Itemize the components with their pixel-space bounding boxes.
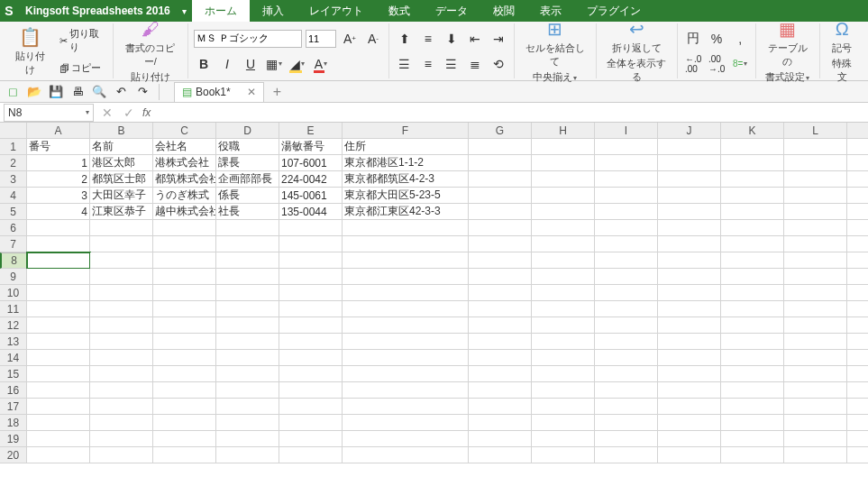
cell-K16[interactable] [721, 382, 784, 399]
cell-A16[interactable] [27, 382, 90, 399]
cell-B7[interactable] [90, 236, 153, 252]
cell-K20[interactable] [721, 447, 784, 463]
cell-G17[interactable] [469, 399, 532, 415]
cell-M20[interactable] [847, 447, 868, 463]
cell-J19[interactable] [658, 431, 721, 447]
percent-button[interactable]: % [707, 29, 726, 49]
cell-H8[interactable] [532, 252, 595, 269]
cell-M6[interactable] [847, 220, 868, 236]
cell-D10[interactable] [216, 285, 279, 301]
bold-button[interactable]: B [194, 54, 214, 74]
cell-F2[interactable]: 東京都港区1-1-2 [343, 155, 469, 171]
cell-B4[interactable]: 大田区幸子 [90, 188, 153, 204]
cell-E17[interactable] [279, 399, 343, 415]
cell-G18[interactable] [469, 415, 532, 431]
cell-M1[interactable] [847, 139, 868, 155]
cell-E11[interactable] [279, 301, 343, 317]
cell-K2[interactable] [721, 155, 784, 171]
cell-F20[interactable] [343, 447, 469, 463]
cell-D1[interactable]: 役職 [216, 139, 279, 155]
cell-B14[interactable] [90, 350, 153, 366]
cell-C15[interactable] [153, 366, 216, 382]
cell-G10[interactable] [469, 285, 532, 301]
cell-M9[interactable] [847, 269, 868, 285]
cell-C1[interactable]: 会社名 [153, 139, 216, 155]
cell-C14[interactable] [153, 350, 216, 366]
cell-K7[interactable] [721, 236, 784, 252]
cell-G12[interactable] [469, 317, 532, 334]
cell-J17[interactable] [658, 399, 721, 415]
row-header-10[interactable]: 10 [0, 285, 27, 301]
cell-K19[interactable] [721, 431, 784, 447]
cell-B17[interactable] [90, 399, 153, 415]
cell-I3[interactable] [595, 171, 658, 188]
cell-F18[interactable] [343, 415, 469, 431]
cell-K8[interactable] [721, 252, 784, 269]
cell-J14[interactable] [658, 350, 721, 366]
cell-K9[interactable] [721, 269, 784, 285]
cell-E16[interactable] [279, 382, 343, 399]
align-justify-button[interactable]: ≣ [465, 54, 485, 74]
col-header-E[interactable]: E [279, 123, 343, 139]
cell-C19[interactable] [153, 431, 216, 447]
cell-J18[interactable] [658, 415, 721, 431]
app-menu-dropdown[interactable]: ▾ [178, 6, 192, 16]
cell-K15[interactable] [721, 366, 784, 382]
cell-I13[interactable] [595, 334, 658, 350]
row-header-13[interactable]: 13 [0, 334, 27, 350]
symbol-button[interactable]: Ω 記号 特殊文 [826, 16, 859, 86]
cell-A14[interactable] [27, 350, 90, 366]
row-header-5[interactable]: 5 [0, 204, 27, 220]
col-header-H[interactable]: H [532, 123, 595, 139]
cell-M2[interactable] [847, 155, 868, 171]
cell-I10[interactable] [595, 285, 658, 301]
row-header-4[interactable]: 4 [0, 188, 27, 204]
cell-H5[interactable] [532, 204, 595, 220]
cell-D2[interactable]: 課長 [216, 155, 279, 171]
cell-L3[interactable] [784, 171, 847, 188]
cell-L11[interactable] [784, 301, 847, 317]
cell-J1[interactable] [658, 139, 721, 155]
cell-G7[interactable] [469, 236, 532, 252]
cell-B1[interactable]: 名前 [90, 139, 153, 155]
cell-H20[interactable] [532, 447, 595, 463]
cell-I4[interactable] [595, 188, 658, 204]
cell-I8[interactable] [595, 252, 658, 269]
cell-E12[interactable] [279, 317, 343, 334]
cell-E9[interactable] [279, 269, 343, 285]
cell-C7[interactable] [153, 236, 216, 252]
currency-button[interactable]: 円 [683, 29, 703, 49]
cell-L20[interactable] [784, 447, 847, 463]
row-header-6[interactable]: 6 [0, 220, 27, 236]
cell-C10[interactable] [153, 285, 216, 301]
cell-E6[interactable] [279, 220, 343, 236]
cell-E4[interactable]: 145-0061 [279, 188, 343, 204]
cell-B6[interactable] [90, 220, 153, 236]
cell-I14[interactable] [595, 350, 658, 366]
cell-L6[interactable] [784, 220, 847, 236]
cell-I9[interactable] [595, 269, 658, 285]
cell-C20[interactable] [153, 447, 216, 463]
cell-K13[interactable] [721, 334, 784, 350]
row-header-18[interactable]: 18 [0, 415, 27, 431]
cell-D17[interactable] [216, 399, 279, 415]
cell-D20[interactable] [216, 447, 279, 463]
cell-D8[interactable] [216, 252, 279, 269]
row-header-14[interactable]: 14 [0, 350, 27, 366]
cell-M14[interactable] [847, 350, 868, 366]
cell-B2[interactable]: 港区太郎 [90, 155, 153, 171]
cell-A15[interactable] [27, 366, 90, 382]
cell-B9[interactable] [90, 269, 153, 285]
cell-I12[interactable] [595, 317, 658, 334]
row-header-2[interactable]: 2 [0, 155, 27, 171]
row-header-8[interactable]: 8 [0, 252, 27, 269]
cell-D3[interactable]: 企画部部長 [216, 171, 279, 188]
cell-J6[interactable] [658, 220, 721, 236]
cell-E10[interactable] [279, 285, 343, 301]
cell-M18[interactable] [847, 415, 868, 431]
cell-M10[interactable] [847, 285, 868, 301]
cell-H9[interactable] [532, 269, 595, 285]
cell-L19[interactable] [784, 431, 847, 447]
cell-F4[interactable]: 東京都大田区5-23-5 [343, 188, 469, 204]
cell-A4[interactable]: 3 [27, 188, 90, 204]
